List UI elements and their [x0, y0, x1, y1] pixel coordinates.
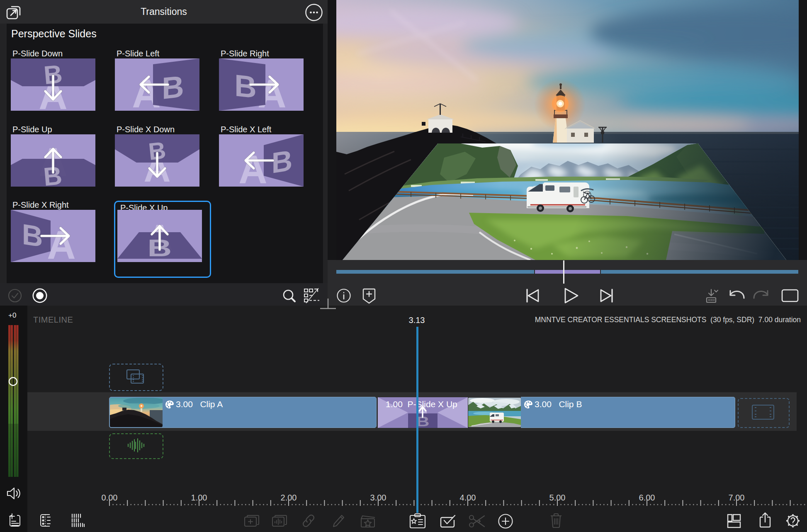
svg-text:B: B — [234, 68, 256, 104]
svg-text:B: B — [162, 69, 184, 106]
svg-text:B: B — [22, 218, 43, 254]
svg-text:B: B — [272, 143, 293, 180]
